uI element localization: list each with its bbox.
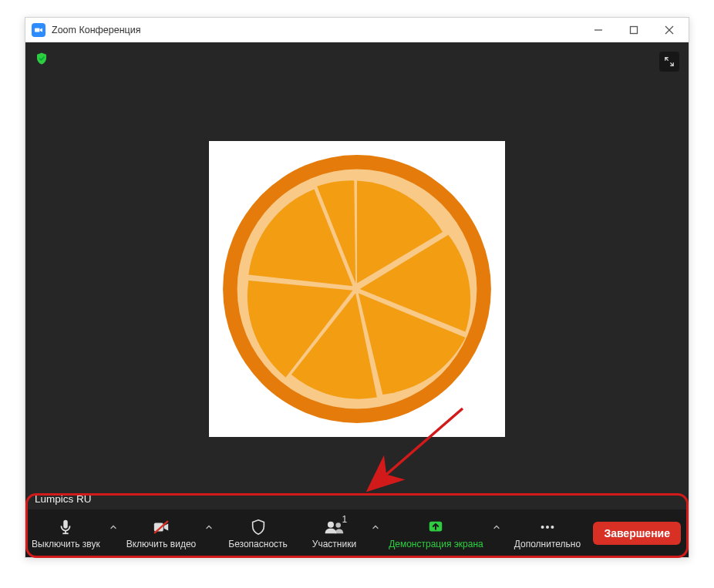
more-button[interactable]: Дополнительно bbox=[504, 509, 591, 557]
video-button[interactable]: Включить видео bbox=[120, 509, 203, 557]
meeting-toolbar: Выключить звук Включить видео Безопаснос… bbox=[25, 509, 689, 557]
end-meeting-button[interactable]: Завершение bbox=[593, 522, 681, 545]
enter-fullscreen-button[interactable] bbox=[659, 52, 679, 72]
camera-off-icon bbox=[152, 517, 170, 537]
maximize-button[interactable] bbox=[616, 18, 652, 42]
end-meeting-label: Завершение bbox=[604, 527, 670, 539]
self-avatar bbox=[209, 141, 505, 437]
orange-slice-icon bbox=[214, 146, 500, 432]
zoom-app-icon bbox=[32, 23, 45, 37]
video-area: Lumpics RU Выключить звук Включить видео bbox=[25, 42, 689, 557]
minimize-button[interactable] bbox=[581, 18, 616, 42]
svg-rect-2 bbox=[631, 26, 638, 33]
participants-button[interactable]: 1 Участники bbox=[300, 509, 369, 557]
security-label: Безопасность bbox=[228, 539, 288, 549]
zoom-meeting-window: Zoom Конференция bbox=[25, 17, 689, 558]
svg-point-16 bbox=[546, 526, 549, 529]
svg-point-13 bbox=[336, 522, 342, 528]
mute-label: Выключить звук bbox=[32, 539, 100, 549]
participants-label: Участники bbox=[312, 539, 356, 549]
share-options-chevron-up-icon[interactable] bbox=[490, 509, 504, 557]
participants-count: 1 bbox=[342, 514, 347, 525]
svg-rect-7 bbox=[64, 520, 69, 529]
participant-name-label: Lumpics RU bbox=[30, 492, 96, 506]
mute-button[interactable]: Выключить звук bbox=[25, 509, 106, 557]
video-options-chevron-up-icon[interactable] bbox=[202, 509, 216, 557]
svg-point-15 bbox=[541, 526, 544, 529]
share-screen-button[interactable]: Демонстрация экрана bbox=[382, 509, 490, 557]
more-label: Дополнительно bbox=[514, 539, 581, 549]
microphone-icon bbox=[57, 517, 74, 537]
video-label: Включить видео bbox=[126, 539, 197, 549]
window-title: Zoom Конференция bbox=[52, 25, 141, 35]
svg-rect-0 bbox=[35, 28, 40, 32]
close-button[interactable] bbox=[652, 18, 687, 42]
window-titlebar: Zoom Конференция bbox=[25, 18, 689, 42]
more-icon bbox=[538, 517, 557, 537]
svg-point-12 bbox=[328, 522, 334, 528]
encryption-shield-icon[interactable] bbox=[35, 52, 49, 69]
mute-options-chevron-up-icon[interactable] bbox=[106, 509, 120, 557]
svg-point-17 bbox=[551, 526, 554, 529]
share-screen-icon bbox=[426, 517, 445, 537]
shield-icon bbox=[250, 517, 267, 537]
participants-options-chevron-up-icon[interactable] bbox=[369, 509, 382, 557]
share-screen-label: Демонстрация экрана bbox=[389, 539, 483, 549]
security-button[interactable]: Безопасность bbox=[216, 509, 300, 557]
